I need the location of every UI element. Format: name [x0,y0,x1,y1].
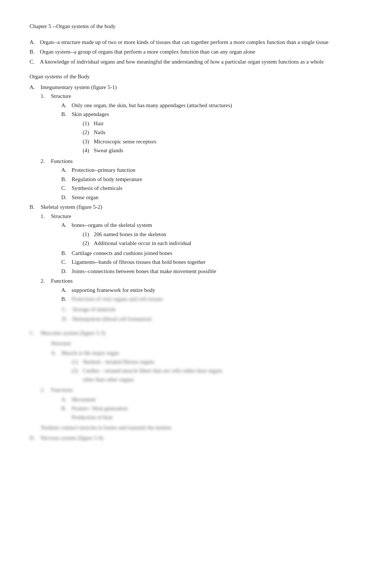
skeletal-struct-d: D. Joints--connections between bones tha… [61,267,362,276]
muscular-func-b-content: Posture / Heat generationProduction of h… [72,404,128,422]
appendage-hair-content: Hair [94,119,362,128]
intro-item-b: B. Organ system--a group of organs that … [30,48,362,56]
system-d-label: D. [30,433,41,442]
intro-item-a: A. Organ--a structure made up of two or … [30,38,362,47]
muscular-structure-header: Structure [41,339,362,348]
muscular-functions-title: Functions [51,385,73,394]
blurred-line-c: C. Storage of minerals [62,305,362,314]
intro-content-a: Organ--a structure made up of two or mor… [40,38,362,47]
skeletal-func-a-content: supporting framework for entire body [72,286,362,295]
integumentary-func-b-label: B. [61,175,72,184]
bones-additional-content: Additional variable occur in each indivi… [94,239,362,248]
integumentary-functions-label: 2. [41,157,51,203]
system-d-name: Nervous system (figure 5-4) [41,433,103,442]
muscular-subsections: Structure A. Muscle is the major organ (… [41,339,362,432]
integumentary-func-a-label: A. [61,166,72,174]
skeletal-struct-d-label: D. [61,267,72,276]
integumentary-struct-a-content: Only one organ, the skin, but has many a… [72,101,362,110]
skeletal-func-b-label: B. [61,295,72,303]
integumentary-numbered-list: 1. Structure A. Only one organ, the skin… [41,92,362,202]
system-a-name: Integumentary system (figure 5-1) [41,83,362,92]
skeletal-structure: 1. Structure A. bones--organs of the ske… [41,212,362,276]
integumentary-func-d: D. Sense organ [61,193,362,202]
intro-list: A. Organ--a structure made up of two or … [30,38,362,66]
appendage-sweat: (4) Sweat glands [83,146,362,155]
skeletal-structure-alpha: A. bones--organs of the skeletal system … [61,221,362,275]
skeletal-functions-label: 2. [41,277,51,304]
integumentary-func-b-content: Regulation of body temperature [72,175,362,184]
integumentary-func-a-content: Protection--primary function [72,166,362,174]
muscular-label: C. [30,329,41,337]
bones-206-content: 206 named bones in the skeleton [94,230,362,239]
intro-item-c: C. A knowledge of individual organs and … [30,58,362,66]
muscular-functions-header: 2. Functions [41,385,362,394]
integumentary-structure-alpha: A. Only one organ, the skin, but has man… [61,101,362,156]
system-a-header: A. Integumentary system (figure 5-1) [30,83,362,92]
muscular-func-a-content: Movement [72,395,96,404]
blurred-line-d: D. Hemopoiesis (blood cell formation) [62,314,362,323]
system-b: B. Skeletal system (figure 5-2) 1. Struc… [30,203,362,304]
skeletal-struct-c: C. Ligaments--bands of fibrous tissues t… [61,258,362,266]
muscular-paren-1-content: Skeletal - striated fibrous organs [83,357,155,366]
integumentary-struct-b-content: Skin appendages (1) Hair (2) N [72,110,362,156]
integumentary-functions-content: Functions A. Protection--primary functio… [51,157,362,203]
skeletal-functions: 2. Functions A. supporting framework for… [41,277,362,304]
intro-label-c: C. [30,58,40,66]
bones-206: (1) 206 named bones in the skeleton [83,230,362,239]
organ-systems-list: A. Integumentary system (figure 5-1) 1. … [30,83,362,304]
appendage-sweat-content: Sweat glands [94,146,362,155]
appendage-receptors-content: Microscopic sense receptors [94,137,362,146]
skeletal-structure-label: 1. [41,212,51,276]
muscular-func-b: B. Posture / Heat generationProduction o… [61,404,362,422]
blurred-label-c: C. [62,305,72,314]
integumentary-structure-a: A. Only one organ, the skin, but has man… [61,101,362,110]
muscular-func-a: A. Movement [61,395,362,404]
system-a-label: A. [30,83,41,92]
integumentary-structure: 1. Structure A. Only one organ, the skin… [41,92,362,156]
system-d-header: D. Nervous system (figure 5-4) [30,433,362,442]
skeletal-structure-content: Structure A. bones--organs of the skelet… [51,212,362,276]
skeletal-func-b-content: Protection of vital organs and soft tiss… [72,295,362,303]
integumentary-func-a: A. Protection--primary function [61,166,362,174]
appendage-hair: (1) Hair [83,119,362,128]
appendage-receptors-label: (3) [83,137,94,146]
bones-additional: (2) Additional variable occur in each in… [83,239,362,248]
muscular-struct-paren: (1) Skeletal - striated fibrous organs (… [72,357,223,384]
muscular-tendons: Tendons connect muscles to bones and tra… [41,423,362,432]
skeletal-struct-b-content: Cartilage connects and cushions joined b… [72,249,362,258]
system-b-name: Skeletal system (figure 5-2) [41,203,362,211]
integumentary-func-c-label: C. [61,184,72,193]
muscular-struct-a-content: Muscle is the major organ (1) Skeletal -… [61,348,223,384]
muscular-paren-2-label: (2) [72,366,83,384]
muscular-func-a-label: A. [61,395,72,404]
skeletal-struct-a-label: A. [61,221,72,248]
integumentary-structure-content: Structure A. Only one organ, the skin, b… [51,92,362,156]
skeletal-functions-alpha: A. supporting framework for entire body … [61,286,362,303]
muscular-name: Muscular system (figure 5-3) [41,329,105,337]
muscular-structure-num [41,339,51,348]
muscular-paren-1: (1) Skeletal - striated fibrous organs [72,357,223,366]
integumentary-func-c-content: Synthesis of chemicals [72,184,362,193]
skeletal-struct-a: A. bones--organs of the skeletal system … [61,221,362,248]
muscular-struct-a: A. Muscle is the major organ (1) Skeleta… [51,348,362,384]
skeletal-functions-content: Functions A. supporting framework for en… [51,277,362,304]
integumentary-structure-b: B. Skin appendages (1) Hair [61,110,362,156]
skin-appendages-list: (1) Hair (2) Nails (3) [83,119,362,155]
skeletal-struct-c-label: C. [61,258,72,266]
integumentary-func-c: C. Synthesis of chemicals [61,184,362,193]
chapter-title: Chapter 5 --Organ systems of the body [30,22,362,31]
integumentary-func-d-label: D. [61,193,72,202]
integumentary-struct-a-label: A. [61,101,72,110]
skeletal-func-a-label: A. [61,286,72,295]
blurred-content-c: Storage of minerals [72,305,116,314]
intro-label-b: B. [30,48,40,56]
system-b-label: B. [30,203,41,211]
muscular-structure-title: Structure [51,339,71,348]
document-container: Chapter 5 --Organ systems of the body A.… [30,22,362,442]
bones-206-label: (1) [83,230,94,239]
appendage-receptors: (3) Microscopic sense receptors [83,137,362,146]
skeletal-struct-d-content: Joints--connections between bones that m… [72,267,362,276]
intro-label-a: A. [30,38,40,47]
appendage-sweat-label: (4) [83,146,94,155]
blurred-content-d: Hemopoiesis (blood cell formation) [72,314,152,323]
